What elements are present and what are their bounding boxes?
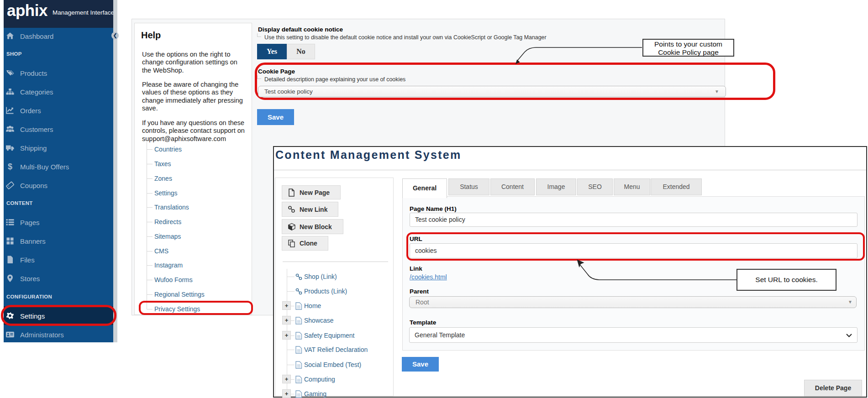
- svg-text:$: $: [8, 162, 12, 171]
